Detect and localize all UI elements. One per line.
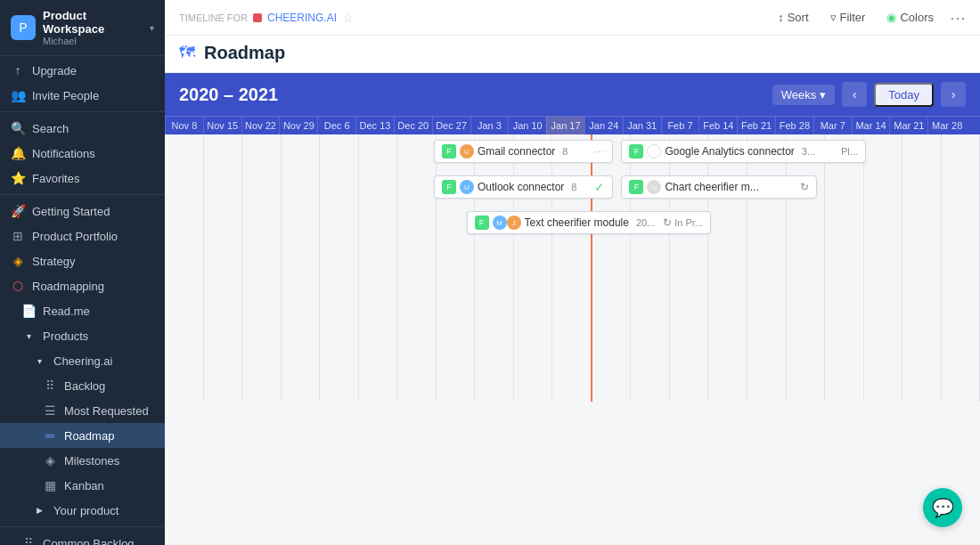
date-col: Nov 15 <box>203 117 241 134</box>
sidebar-item-reademe[interactable]: 📄 Read.me <box>0 298 165 323</box>
nav-section-top: ↑ Upgrade 👥 Invite People 🔍 Search 🔔 Not… <box>0 56 165 545</box>
backlog-label: Backlog <box>64 379 154 393</box>
workspace-name: Product Workspace <box>43 9 146 36</box>
common-backlog-label: Common Backlog <box>43 537 154 546</box>
sidebar-item-backlog[interactable]: ⠿ Backlog <box>0 373 165 398</box>
sidebar-item-upgrade[interactable]: ↑ Upgrade <box>0 58 165 83</box>
product-dot-icon <box>253 13 262 22</box>
workspace-header[interactable]: P Product Workspace Michael ▾ <box>0 0 165 56</box>
status-text: Pl... <box>841 146 858 157</box>
product-portfolio-label: Product Portfolio <box>32 230 154 243</box>
sidebar-item-favorites[interactable]: ⭐ Favorites <box>0 166 165 191</box>
sidebar-item-getting-started[interactable]: 🚀 Getting Started <box>0 199 165 224</box>
spin-icon: ↻ <box>663 216 672 229</box>
star-breadcrumb-icon: ☆ <box>342 11 354 25</box>
task-type-icon: F <box>629 180 643 194</box>
task-count: 3... <box>802 146 815 157</box>
date-col: Jan 31 <box>623 117 661 134</box>
main-content: TIMELINE FOR CHEERING.AI ☆ ↕ Sort ▿ Filt… <box>165 0 980 545</box>
task-status: ↻ <box>800 181 809 193</box>
task-name: Outlook connector <box>478 181 564 193</box>
rocket-icon: 🚀 <box>11 204 25 218</box>
sidebar-item-milestones[interactable]: ◈ Milestones <box>0 448 165 473</box>
sidebar-item-your-product[interactable]: ▶ Your product <box>0 498 165 523</box>
sidebar-item-products[interactable]: ▾ Products <box>0 323 165 348</box>
sidebar-item-notifications[interactable]: 🔔 Notifications <box>0 141 165 166</box>
date-col: Feb 21 <box>737 117 775 134</box>
weeks-label: Weeks <box>781 88 817 102</box>
kanban-label: Kanban <box>64 479 154 492</box>
sidebar-item-product-portfolio[interactable]: ⊞ Product Portfolio <box>0 224 165 248</box>
date-col: Dec 13 <box>355 117 394 134</box>
date-col: Feb 14 <box>698 117 737 134</box>
task-row: FMJText cheerifier module20...↻ In Pr... <box>165 206 980 241</box>
avatar: M <box>493 216 507 230</box>
avatar <box>647 144 661 159</box>
sidebar-item-most-requested[interactable]: ☰ Most Requested <box>0 398 165 423</box>
milestones-label: Milestones <box>64 454 154 468</box>
sidebar-item-search[interactable]: 🔍 Search <box>0 116 165 141</box>
chevron-down-icon-2: ▾ <box>32 354 46 368</box>
colors-icon: ◉ <box>886 11 896 24</box>
sidebar-item-kanban[interactable]: ▦ Kanban <box>0 473 165 498</box>
filter-button[interactable]: ▿ Filter <box>825 7 871 28</box>
task-name: Google Analytics connector <box>665 145 794 158</box>
workspace-icon: P <box>11 15 36 40</box>
task-status: ··· <box>594 146 605 157</box>
next-nav-button[interactable]: › <box>941 82 966 107</box>
task-bar[interactable]: FUOutlook connector8✓ <box>434 175 613 199</box>
task-count: 20... <box>636 217 655 228</box>
sort-button[interactable]: ↕ Sort <box>772 7 813 28</box>
workspace-chevron-icon: ▾ <box>150 23 154 33</box>
timeline-grid: FUGmail connector8···FGoogle Analytics c… <box>165 134 980 313</box>
topbar: TIMELINE FOR CHEERING.AI ☆ ↕ Sort ▿ Filt… <box>165 0 980 36</box>
sidebar-item-roadmap[interactable]: ═ Roadmap <box>0 423 165 448</box>
date-col: Jan 24 <box>584 117 623 134</box>
task-bar[interactable]: FMJText cheerifier module20...↻ In Pr... <box>467 211 712 234</box>
sidebar-item-cheering-ai[interactable]: ▾ Cheering.ai <box>0 348 165 373</box>
sidebar-item-roadmapping[interactable]: ⬡ Roadmapping <box>0 273 165 298</box>
task-name: Text cheerifier module <box>525 216 629 229</box>
status-text: In Pr... <box>674 217 703 228</box>
avatar: U <box>460 144 474 159</box>
product-name-label: CHEERING.AI <box>267 12 337 24</box>
task-count: 8 <box>562 146 568 157</box>
task-status: ↻ In Pr... <box>663 216 703 229</box>
chevron-right-icon: ▶ <box>32 503 46 517</box>
notifications-label: Notifications <box>32 147 154 160</box>
task-bar[interactable]: FGoogle Analytics connector3...Pl... <box>621 140 866 163</box>
task-bar[interactable]: FUGmail connector8··· <box>434 140 613 163</box>
products-label: Products <box>43 329 154 343</box>
people-icon: 👥 <box>11 88 25 102</box>
more-options-icon[interactable]: ⋯ <box>950 8 966 28</box>
kanban-icon: ▦ <box>43 478 57 492</box>
breadcrumb: TIMELINE FOR CHEERING.AI ☆ <box>179 11 765 25</box>
task-bar[interactable]: FUChart cheerifier m...↻ <box>621 175 817 199</box>
your-product-label: Your product <box>53 504 154 517</box>
date-col: Jan 10 <box>508 117 546 134</box>
date-col: Jan 17 <box>546 117 584 134</box>
colors-button[interactable]: ◉ Colors <box>881 7 939 28</box>
weeks-selector[interactable]: Weeks ▾ <box>772 85 836 105</box>
roadmap-label: Roadmap <box>64 429 154 443</box>
sidebar-item-common-backlog[interactable]: ⠿ Common Backlog <box>0 531 165 545</box>
task-type-icon: F <box>475 216 489 230</box>
timeline-body[interactable]: FUGmail connector8···FGoogle Analytics c… <box>165 134 980 545</box>
task-count: 8 <box>571 182 576 192</box>
date-col: Jan 3 <box>470 117 509 134</box>
upgrade-icon: ↑ <box>11 63 25 77</box>
most-requested-label: Most Requested <box>64 404 154 418</box>
chat-button[interactable]: 💬 <box>923 488 962 527</box>
colors-label: Colors <box>900 11 934 24</box>
sidebar-item-invite[interactable]: 👥 Invite People <box>0 83 165 108</box>
prev-nav-button[interactable]: ‹ <box>842 82 867 107</box>
milestones-icon: ◈ <box>43 453 57 468</box>
sidebar-item-strategy[interactable]: ◈ Strategy <box>0 248 165 273</box>
cheering-ai-label: Cheering.ai <box>53 354 154 368</box>
date-col: Feb 28 <box>775 117 813 134</box>
today-button[interactable]: Today <box>874 83 934 107</box>
search-label: Search <box>32 122 154 135</box>
invite-label: Invite People <box>32 89 154 102</box>
task-status: Pl... <box>841 146 858 157</box>
spin-icon: ↻ <box>800 181 809 193</box>
